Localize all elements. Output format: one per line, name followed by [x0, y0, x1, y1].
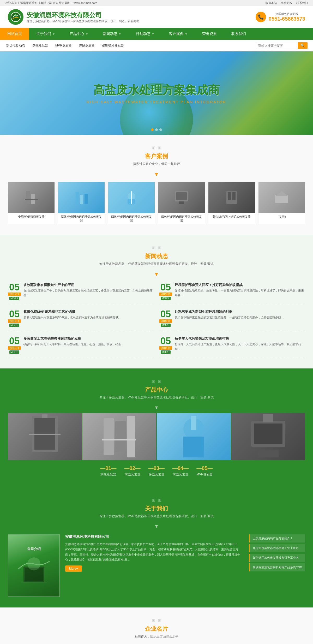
about-description: 安徽润恩环境科技有限公司是中国机械制造行业的一家有责任护产业的，基于严苛质量标准…	[65, 542, 244, 562]
news-date-3: 05 2019-11 MORE	[8, 309, 21, 327]
svg-rect-7	[85, 194, 88, 204]
news-item-2[interactable]: 05 2019-11 MORE 环境保护部负责人回应：打好污染防治攻坚战 如打好…	[159, 283, 305, 304]
banner-content: 高盐废水处理方案集成商 HIGH-SALT WASTEWATER TREATME…	[87, 82, 226, 104]
product-label-3[interactable]: —03— 多效蒸发器	[148, 465, 165, 477]
svg-rect-26	[102, 439, 136, 440]
search-button[interactable]: 🔍	[298, 42, 308, 49]
hero-banner: 高盐废水处理方案集成商 HIGH-SALT WASTEWATER TREATME…	[0, 51, 313, 135]
deco-about-right-icon: ⊞	[158, 498, 161, 503]
news-content-2: 环境保护部负责人回应：打好污染防治攻坚战 如打好打赢这场攻坚战，主要考量：一是着…	[175, 283, 305, 297]
case-label-5: 藁众MVR国内铜矿加热蒸发器	[208, 213, 255, 220]
case-card-4[interactable]: 四效MVR国内铜矿环保加热蒸发器	[158, 182, 205, 224]
banner-dot-3[interactable]	[159, 128, 162, 131]
product-label-5[interactable]: —05— MVR蒸发器	[196, 465, 213, 477]
svg-rect-2	[26, 191, 30, 204]
banner-dot-1[interactable]	[151, 128, 154, 131]
subnav-item-forced[interactable]: 强制循环蒸发器	[101, 43, 125, 48]
about-title: 关于我们	[8, 505, 305, 512]
news-grid: 05 2019-11 MORE 多效蒸发器在硫酸铵生产中的应用 在结晶蒸发蒸发生…	[8, 283, 305, 358]
topbar-link-hotline[interactable]: 客服热线	[281, 1, 292, 5]
product-image-4[interactable]	[231, 413, 305, 460]
banner-title: 高盐废水处理方案集成商	[87, 82, 226, 98]
svg-rect-33	[263, 414, 273, 422]
news-item-1[interactable]: 05 2019-11 MORE 多效蒸发器在硫酸铵生产中的应用 在结晶蒸发蒸发生…	[8, 283, 154, 304]
case-card-1[interactable]: 专用MVR蒸馏蒸发器	[8, 182, 55, 224]
news-item-3[interactable]: 05 2019-11 MORE 氯氧化铝MVR蒸发精品工艺的选择 氯氧化铝结晶采…	[8, 309, 154, 331]
product-image-1[interactable]	[8, 413, 82, 460]
news-date-2: 05 2019-11 MORE	[159, 283, 172, 300]
svg-point-0	[11, 12, 20, 22]
products-title: 产品中心	[8, 386, 305, 394]
product-image-2[interactable]	[82, 413, 156, 460]
news-item-5[interactable]: 05 2019-11 MORE 多效蒸发工艺在硝酸铵液体结晶的应用 碳酸钙一种利…	[8, 336, 154, 358]
nav-item-cases[interactable]: 客户案例 ▼	[162, 28, 195, 40]
case-image-1	[8, 182, 55, 213]
about-link-4[interactable]: 加快标准蒸发器解析对称产品系统COD	[249, 563, 305, 571]
nav-item-about[interactable]: 关于我们 ▼	[29, 28, 62, 40]
news-item-4[interactable]: 05 2019-11 MORE 让跑污染成为新型生态环境问题的利器 我们在不断探…	[159, 309, 305, 331]
about-arrow-icon: ▼	[8, 524, 305, 529]
chevron-down-icon: ▼	[119, 33, 121, 35]
deco-card-left-icon: ⊞	[152, 618, 155, 623]
svg-rect-22	[29, 434, 61, 435]
cases-deco: ⊞ ⊞	[8, 145, 305, 150]
case-card-5[interactable]: 藁众MVR国内铜矿加热蒸发器	[208, 182, 255, 224]
topbar-link-contact[interactable]: 联系我们	[296, 1, 308, 5]
logo-icon	[8, 9, 23, 25]
case-card-6[interactable]: （父亲）	[258, 182, 305, 224]
banner-dot-2[interactable]	[155, 128, 158, 131]
logo-text: 安徽润恩环境科技有限公司 专注于多效蒸发器、MVR蒸发器等环保高盐废水处理设备的…	[27, 11, 139, 23]
topbar-link-favorites[interactable]: 收藏本站	[266, 1, 277, 5]
chevron-down-icon: ▼	[86, 33, 88, 35]
nav-item-news[interactable]: 新闻动态 ▼	[95, 28, 129, 40]
hotline-number: 0551-65863573	[269, 16, 305, 22]
hotline-text: 全国服务咨询热线 0551-65863573	[269, 12, 305, 22]
product-label-2[interactable]: —02— 求效蒸发器	[124, 465, 140, 477]
news-content-5: 多效蒸发工艺在硝酸铵液体结晶的应用 碳酸钙一种利用化工化学材料，常用在锤击、硫化…	[23, 336, 123, 347]
svg-rect-23	[104, 418, 114, 455]
case-card-2[interactable]: 双效MVR国内铜矿环保加热蒸发器	[58, 182, 105, 224]
about-link-2[interactable]: 如何评价蒸发器的选用对工业上废水	[249, 544, 305, 552]
company-name: 安徽润恩环境科技有限公司	[27, 11, 139, 19]
svg-rect-15	[228, 192, 231, 200]
about-link-1[interactable]: 上加溶液的高纯产品分析推介！	[249, 534, 305, 542]
news-title: 新闻动态	[8, 252, 305, 260]
subnav-item-multi[interactable]: 多效蒸发器	[31, 43, 49, 48]
svg-rect-32	[258, 450, 279, 457]
search-input[interactable]	[256, 43, 298, 49]
svg-rect-4	[25, 199, 38, 200]
product-label-1[interactable]: —01— 求效蒸发器	[100, 465, 116, 477]
header: 安徽润恩环境科技有限公司 专注于多效蒸发器、MVR蒸发器等环保高盐废水处理设备的…	[0, 6, 313, 28]
products-deco: ⊞ ⊞	[8, 379, 305, 384]
bizcard-subtitle: 精装作为，组织三方面综合水平	[8, 634, 305, 639]
svg-rect-36	[25, 568, 43, 581]
svg-marker-18	[275, 191, 288, 196]
nav-item-products[interactable]: 产品中心 ▼	[62, 28, 95, 40]
products-section: ⊞ ⊞ 产品中心 专注于多效蒸发器、MVR蒸发器等环保高盐废水处理设备的研发、设…	[0, 368, 313, 487]
products-arrow-icon: ▼	[8, 405, 305, 410]
deco-right-icon: ⊞	[158, 145, 161, 150]
news-item-6[interactable]: 05 2019-11 MORE 秋冬季大气污染防治攻坚战培训打响 打假针，大气污…	[159, 336, 305, 358]
subnav-item-mvr[interactable]: MVR蒸发器	[54, 43, 73, 48]
svg-rect-29	[191, 416, 196, 430]
subnav-item-falling[interactable]: 降膜蒸发器	[78, 43, 96, 48]
nav-item-home[interactable]: 网站首页	[0, 28, 29, 40]
nav-item-contact[interactable]: 联系我们	[224, 28, 253, 40]
main-nav: 网站首页 关于我们 ▼ 产品中心 ▼ 新闻动态 ▼ 行动动态 ▼ 客户案例 ▼ …	[0, 28, 313, 40]
nav-item-honor[interactable]: 荣誉资质	[195, 28, 224, 40]
about-links: 上加溶液的高纯产品分析推介！ 如何评价蒸发器的选用对工业上废水 如何选用加热蒸发…	[249, 534, 305, 597]
about-more-button[interactable]: More+	[65, 565, 82, 572]
subnav-item-hot[interactable]: 热点推荐动态	[5, 43, 26, 48]
product-image-3[interactable]	[157, 413, 231, 460]
cases-title: 客户案例	[8, 152, 305, 160]
svg-rect-24	[115, 421, 126, 452]
hotline-label: 全国服务咨询热线	[269, 12, 305, 16]
about-link-3[interactable]: 如何选用加热蒸发器设备引导工业术	[249, 554, 305, 562]
bizcard-section: ⊞ ⊞ 企业名片 精装作为，组织三方面综合水平 ▼ 🤲 安徽润恩环境科技有限公司…	[0, 607, 313, 644]
nav-item-action[interactable]: 行动动态 ▼	[129, 28, 162, 40]
cases-grid: 专用MVR蒸馏蒸发器 双效MVR国内铜矿环保加热蒸发器 四效MVR国内铜矿环保加…	[8, 182, 305, 224]
case-card-3[interactable]: 四效MVR国内铜矿环保加热蒸发器	[108, 182, 155, 224]
about-company-name: 安徽润恩环境科技有限公司	[65, 534, 244, 539]
product-label-4[interactable]: —04— 求效蒸发器	[172, 465, 189, 477]
svg-point-1	[15, 14, 17, 16]
